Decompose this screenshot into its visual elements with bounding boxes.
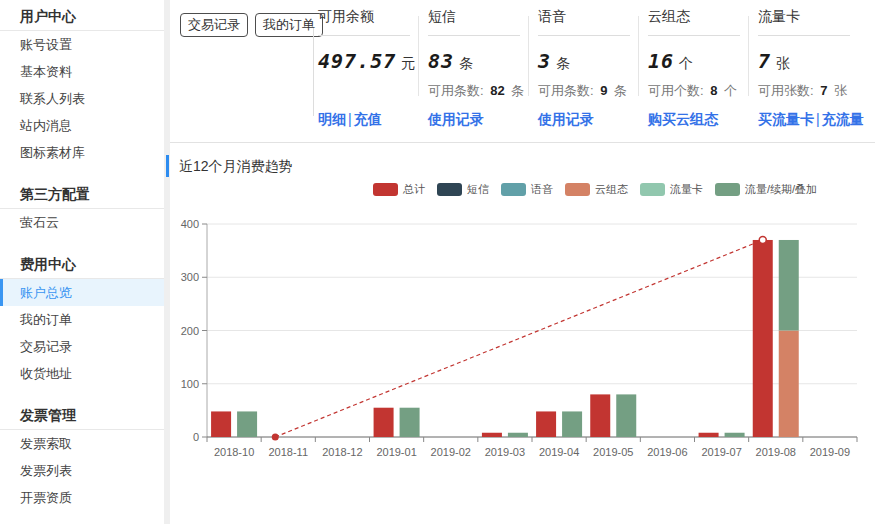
bar-流量/续期/叠加-2019-01[interactable] (400, 408, 420, 437)
x-axis-label: 2019-02 (431, 446, 471, 458)
card-sub-value: 8 (710, 83, 717, 98)
sidebar-item-站内消息[interactable]: 站内消息 (0, 112, 164, 139)
sidebar-section: 费用中心账户总览我的订单交易记录收货地址 (0, 250, 164, 387)
trend-end-marker[interactable] (759, 236, 766, 243)
legend-item-语音[interactable]: 语音 (501, 182, 553, 197)
card-value-number: 7 (758, 49, 771, 73)
bar-总计-2019-01[interactable] (374, 408, 394, 437)
sidebar: 用户中心账号设置基本资料联系人列表站内消息图标素材库第三方配置萤石云费用中心账户… (0, 0, 164, 524)
sidebar-item-萤石云[interactable]: 萤石云 (0, 209, 164, 236)
link-separator: | (816, 111, 820, 127)
card-links: 明细|充值 (318, 111, 382, 129)
card-link-充流量[interactable]: 充流量 (822, 111, 864, 127)
bar-流量/续期/叠加-2019-05[interactable] (616, 394, 636, 437)
sidebar-item-发票索取[interactable]: 发票索取 (0, 430, 164, 457)
sidebar-item-我的订单[interactable]: 我的订单 (0, 306, 164, 333)
legend-label: 流量卡 (670, 182, 703, 197)
chart-legend: 总计短信语音云组态流量卡流量/续期/叠加 (373, 182, 817, 197)
sidebar-section-header: 用户中心 (0, 2, 164, 31)
card-value-unit: 条 (459, 55, 473, 71)
card-sub-unit: 张 (830, 83, 847, 98)
bar-流量/续期/叠加-2018-10[interactable] (237, 411, 257, 437)
sidebar-item-账号设置[interactable]: 账号设置 (0, 31, 164, 58)
stat-card-流量卡: 流量卡7张可用张数: 7 张买流量卡|充流量 (758, 8, 862, 100)
card-title: 语音 (538, 8, 630, 36)
card-sub-row: 可用条数: 9 条 (538, 82, 642, 100)
bar-总计-2019-07[interactable] (699, 433, 719, 437)
bar-流量/续期/叠加-2019-08[interactable] (779, 240, 799, 331)
legend-item-流量卡[interactable]: 流量卡 (640, 182, 703, 197)
card-sub-value: 7 (820, 83, 827, 98)
card-link-买流量卡[interactable]: 买流量卡 (758, 111, 814, 127)
legend-item-云组态[interactable]: 云组态 (565, 182, 628, 197)
y-axis-label: 100 (181, 378, 199, 390)
legend-item-流量/续期/叠加[interactable]: 流量/续期/叠加 (715, 182, 817, 197)
x-axis-label: 2019-09 (810, 446, 850, 458)
consumption-trend-chart: 01002003004002018-102018-112018-122019-0… (170, 210, 875, 505)
sidebar-section: 用户中心账号设置基本资料联系人列表站内消息图标素材库 (0, 2, 164, 166)
card-link-明细[interactable]: 明细 (318, 111, 346, 127)
card-links: 买流量卡|充流量 (758, 111, 864, 129)
trend-start-marker[interactable] (272, 434, 279, 441)
card-link-使用记录[interactable]: 使用记录 (428, 111, 484, 127)
card-sub-unit: 条 (508, 83, 525, 98)
x-axis-label: 2018-12 (322, 446, 362, 458)
toolbar-button-交易记录[interactable]: 交易记录 (180, 13, 248, 37)
card-value: 16个 (648, 49, 752, 73)
legend-swatch (437, 183, 462, 196)
sidebar-item-图标素材库[interactable]: 图标素材库 (0, 139, 164, 166)
legend-swatch (373, 183, 398, 196)
legend-item-短信[interactable]: 短信 (437, 182, 489, 197)
bar-流量/续期/叠加-2019-03[interactable] (508, 433, 528, 437)
sidebar-item-基本资料[interactable]: 基本资料 (0, 58, 164, 85)
bar-总计-2019-05[interactable] (590, 394, 610, 437)
x-axis-label: 2019-07 (701, 446, 741, 458)
vertical-divider (313, 28, 314, 116)
card-sub-label: 可用条数: (538, 83, 597, 98)
sidebar-item-开票资质[interactable]: 开票资质 (0, 484, 164, 511)
bar-流量/续期/叠加-2019-07[interactable] (725, 433, 745, 437)
bar-总计-2018-10[interactable] (211, 411, 231, 437)
x-axis-label: 2018-10 (214, 446, 254, 458)
card-title: 云组态 (648, 8, 740, 36)
legend-swatch (565, 183, 590, 196)
bar-总计-2019-03[interactable] (482, 433, 502, 437)
legend-swatch (640, 183, 665, 196)
sidebar-item-发票列表[interactable]: 发票列表 (0, 457, 164, 484)
card-sub-label: 可用个数: (648, 83, 707, 98)
card-link-购买云组态[interactable]: 购买云组态 (648, 111, 718, 127)
card-value-unit: 个 (679, 55, 693, 71)
card-sub-unit: 条 (610, 83, 627, 98)
legend-label: 语音 (531, 182, 553, 197)
card-value-number: 16 (648, 49, 674, 73)
card-value-unit: 元 (401, 55, 415, 71)
card-value-number: 83 (428, 49, 454, 73)
sidebar-item-交易记录[interactable]: 交易记录 (0, 333, 164, 360)
sidebar-section: 第三方配置萤石云 (0, 180, 164, 236)
x-axis-label: 2019-06 (647, 446, 687, 458)
sidebar-section-header: 费用中心 (0, 250, 164, 279)
sidebar-section-header: 发票管理 (0, 401, 164, 430)
bar-总计-2019-08[interactable] (753, 240, 773, 437)
sidebar-item-收货地址[interactable]: 收货地址 (0, 360, 164, 387)
x-axis-label: 2019-08 (756, 446, 796, 458)
card-link-充值[interactable]: 充值 (354, 111, 382, 127)
legend-item-总计[interactable]: 总计 (373, 182, 425, 197)
card-value: 497.57元 (318, 49, 422, 73)
legend-label: 流量/续期/叠加 (745, 182, 817, 197)
bar-总计-2019-04[interactable] (536, 411, 556, 437)
card-sub-value: 82 (490, 83, 504, 98)
y-axis-label: 400 (181, 218, 199, 230)
stat-card-短信: 短信83条可用条数: 82 条使用记录 (428, 8, 532, 100)
bar-流量/续期/叠加-2019-04[interactable] (562, 411, 582, 437)
sidebar-item-账户总览[interactable]: 账户总览 (0, 279, 164, 306)
card-value-unit: 张 (776, 55, 790, 71)
card-sub-row: 可用张数: 7 张 (758, 82, 862, 100)
sidebar-item-联系人列表[interactable]: 联系人列表 (0, 85, 164, 112)
bar-云组态-2019-08[interactable] (779, 331, 799, 438)
card-links: 购买云组态 (648, 111, 718, 129)
y-axis-label: 0 (193, 431, 199, 443)
x-axis-label: 2018-11 (268, 446, 308, 458)
quick-actions: 交易记录我的订单 (180, 13, 330, 37)
card-link-使用记录[interactable]: 使用记录 (538, 111, 594, 127)
